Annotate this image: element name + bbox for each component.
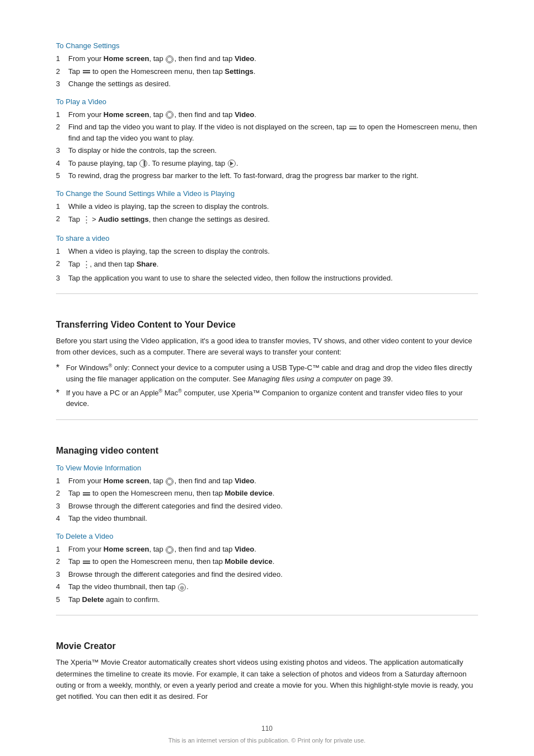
list-item: 3 Browse through the different categorie… xyxy=(56,501,478,512)
bullet-marker: * xyxy=(56,361,66,375)
play-icon xyxy=(228,160,236,167)
list-item: 4 To pause playing, tap . To resume play… xyxy=(56,158,478,169)
movie-creator-section: Movie Creator The Xperia™ Movie Creator … xyxy=(56,615,478,702)
list-item: 1 From your Home screen, tap , then find… xyxy=(56,544,478,555)
view-movie-section: To View Movie Information 1 From your Ho… xyxy=(56,464,478,524)
sound-settings-list: 1 While a video is playing, tap the scre… xyxy=(56,201,478,226)
list-item: 2 Tap to open the Homescreen menu, then … xyxy=(56,66,478,77)
movie-creator-text: The Xperia™ Movie Creator automatically … xyxy=(56,657,478,702)
list-item: 4 Tap the video thumbnail. xyxy=(56,513,478,524)
list-item: 3 Browse through the different categorie… xyxy=(56,569,478,580)
delete-video-list: 1 From your Home screen, tap , then find… xyxy=(56,544,478,605)
pause-icon xyxy=(139,160,147,167)
share-video-heading: To share a video xyxy=(56,234,478,242)
list-item: 4 Tap the video thumbnail, then tap . xyxy=(56,581,478,592)
list-item: 2 Tap to open the Homescreen menu, then … xyxy=(56,488,478,499)
list-item: 3 Change the settings as desired. xyxy=(56,78,478,90)
transferring-heading: Transferring Video Content to Your Devic… xyxy=(56,320,478,330)
change-settings-heading: To Change Settings xyxy=(56,41,478,50)
more-icon xyxy=(178,584,186,591)
grid-icon xyxy=(166,546,174,554)
play-video-heading: To Play a Video xyxy=(56,97,478,106)
list-item: 5 To rewind, drag the progress bar marke… xyxy=(56,170,478,181)
dots-icon: ⋮ xyxy=(82,258,90,271)
sound-settings-section: To Change the Sound Settings While a Vid… xyxy=(56,189,478,226)
list-item: 1 From your Home screen, tap , then find… xyxy=(56,53,478,64)
share-video-list: 1 When a video is playing, tap the scree… xyxy=(56,246,478,284)
transferring-intro: Before you start using the Video applica… xyxy=(56,335,478,358)
change-settings-section: To Change Settings 1 From your Home scre… xyxy=(56,41,478,90)
page-number: 110 xyxy=(56,725,478,732)
bullet-marker: * xyxy=(56,386,66,400)
sound-settings-heading: To Change the Sound Settings While a Vid… xyxy=(56,189,478,198)
menu-icon xyxy=(83,559,90,565)
page: To Change Settings 1 From your Home scre… xyxy=(0,0,534,756)
list-item: 2 Find and tap the video you want to pla… xyxy=(56,122,478,143)
grid-icon xyxy=(166,55,174,63)
play-video-list: 1 From your Home screen, tap , then find… xyxy=(56,109,478,181)
view-movie-heading: To View Movie Information xyxy=(56,464,478,472)
list-item: * For Windows® only: Connect your device… xyxy=(56,362,478,384)
list-item: 5 Tap Delete again to confirm. xyxy=(56,594,478,605)
list-item: 1 When a video is playing, tap the scree… xyxy=(56,246,478,257)
list-item: 2 Tap ⋮, and then tap Share. xyxy=(56,258,478,271)
delete-video-heading: To Delete a Video xyxy=(56,532,478,540)
footer-disclaimer: This is an internet version of this publ… xyxy=(56,737,478,744)
movie-creator-heading: Movie Creator xyxy=(56,641,478,651)
list-item: 1 From your Home screen, tap , then find… xyxy=(56,475,478,487)
transferring-section: Transferring Video Content to Your Devic… xyxy=(56,293,478,409)
list-item: 3 Tap the application you want to use to… xyxy=(56,273,478,284)
dots-icon: ⋮ xyxy=(82,213,90,226)
share-video-section: To share a video 1 When a video is playi… xyxy=(56,234,478,284)
grid-icon xyxy=(166,478,174,486)
list-item: 1 From your Home screen, tap , then find… xyxy=(56,109,478,120)
list-item: 2 Tap ⋮ > Audio settings, then change th… xyxy=(56,213,478,226)
list-item: 2 Tap to open the Homescreen menu, then … xyxy=(56,556,478,567)
managing-section: Managing video content To View Movie Inf… xyxy=(56,419,478,605)
menu-icon xyxy=(83,69,90,74)
grid-icon xyxy=(166,111,174,119)
change-settings-list: 1 From your Home screen, tap , then find… xyxy=(56,53,478,90)
play-video-section: To Play a Video 1 From your Home screen,… xyxy=(56,97,478,181)
view-movie-list: 1 From your Home screen, tap , then find… xyxy=(56,475,478,524)
menu-icon xyxy=(349,125,357,130)
managing-heading: Managing video content xyxy=(56,446,478,456)
transferring-bullets: * For Windows® only: Connect your device… xyxy=(56,362,478,409)
menu-icon xyxy=(83,491,90,497)
list-item: 1 While a video is playing, tap the scre… xyxy=(56,201,478,212)
list-item: * If you have a PC or an Apple® Mac® com… xyxy=(56,388,478,409)
delete-video-section: To Delete a Video 1 From your Home scree… xyxy=(56,532,478,605)
list-item: 3 To display or hide the controls, tap t… xyxy=(56,145,478,156)
